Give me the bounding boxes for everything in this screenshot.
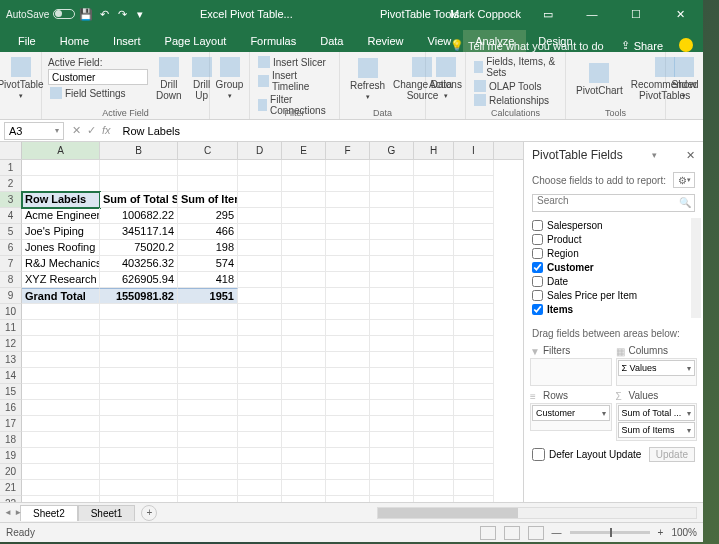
cell[interactable] — [454, 384, 494, 400]
cell[interactable] — [282, 160, 326, 176]
cell[interactable] — [414, 192, 454, 208]
enter-formula-icon[interactable]: ✓ — [87, 124, 96, 137]
tab-file[interactable]: File — [6, 30, 48, 52]
olap-tools-button[interactable]: OLAP Tools — [472, 79, 559, 93]
cell[interactable] — [454, 336, 494, 352]
cell[interactable] — [414, 288, 454, 304]
column-header[interactable]: F — [326, 142, 370, 159]
cell[interactable] — [238, 416, 282, 432]
cell[interactable] — [326, 432, 370, 448]
share-button[interactable]: ⇪Share — [621, 39, 663, 52]
row-header[interactable]: 6 — [0, 240, 22, 256]
undo-icon[interactable]: ↶ — [97, 7, 111, 21]
cell[interactable] — [282, 352, 326, 368]
cell[interactable]: 295 — [178, 208, 238, 224]
cell[interactable]: 1951 — [178, 288, 238, 304]
defer-checkbox[interactable] — [532, 448, 545, 461]
row-header[interactable]: 20 — [0, 464, 22, 480]
cell[interactable] — [282, 320, 326, 336]
cell[interactable] — [370, 336, 414, 352]
tab-home[interactable]: Home — [48, 30, 101, 52]
cell[interactable] — [238, 224, 282, 240]
field-item[interactable]: Customer — [532, 260, 691, 274]
cell[interactable] — [454, 272, 494, 288]
cell[interactable] — [414, 480, 454, 496]
cell[interactable] — [238, 464, 282, 480]
cell[interactable] — [370, 192, 414, 208]
page-break-view-button[interactable] — [528, 526, 544, 540]
cell[interactable] — [282, 384, 326, 400]
cell[interactable]: R&J Mechanics — [22, 256, 100, 272]
cell[interactable]: 466 — [178, 224, 238, 240]
tab-formulas[interactable]: Formulas — [238, 30, 308, 52]
cell[interactable] — [178, 176, 238, 192]
cell[interactable] — [414, 464, 454, 480]
cell[interactable] — [370, 400, 414, 416]
cell[interactable] — [370, 384, 414, 400]
cell[interactable] — [100, 352, 178, 368]
pane-gear-button[interactable]: ⚙▾ — [673, 172, 695, 188]
cell[interactable] — [414, 416, 454, 432]
cell[interactable]: Joe's Piping — [22, 224, 100, 240]
cell[interactable] — [454, 368, 494, 384]
field-checkbox[interactable] — [532, 318, 543, 319]
cell[interactable] — [414, 272, 454, 288]
show-button[interactable]: Show▾ — [672, 55, 696, 102]
cell[interactable] — [238, 480, 282, 496]
cell[interactable] — [370, 416, 414, 432]
insert-slicer-button[interactable]: Insert Slicer — [256, 55, 333, 69]
field-item[interactable]: Product — [532, 232, 691, 246]
cell[interactable] — [370, 304, 414, 320]
cell[interactable] — [100, 160, 178, 176]
update-button[interactable]: Update — [649, 447, 695, 462]
formula-input[interactable] — [119, 125, 703, 137]
row-header[interactable]: 3 — [0, 192, 22, 208]
cell[interactable] — [238, 304, 282, 320]
cell[interactable] — [414, 400, 454, 416]
cell[interactable] — [282, 176, 326, 192]
column-header[interactable]: B — [100, 142, 178, 159]
cell[interactable] — [238, 384, 282, 400]
cell[interactable] — [238, 192, 282, 208]
cell[interactable]: Row Labels▾ — [22, 192, 100, 208]
field-list[interactable]: SalespersonProductRegionCustomerDateSale… — [532, 218, 701, 318]
pane-dropdown-icon[interactable]: ▾ — [652, 150, 657, 160]
cell[interactable] — [178, 368, 238, 384]
cell[interactable] — [178, 320, 238, 336]
actions-button[interactable]: Actions▾ — [432, 55, 459, 102]
insert-timeline-button[interactable]: Insert Timeline — [256, 69, 333, 93]
cell[interactable] — [454, 400, 494, 416]
feedback-icon[interactable] — [679, 38, 693, 52]
cell[interactable] — [100, 448, 178, 464]
area-field-item[interactable]: Sum of Items▾ — [618, 422, 696, 438]
cell[interactable] — [454, 320, 494, 336]
cell[interactable]: Sum of Total Sales — [100, 192, 178, 208]
cell[interactable] — [282, 464, 326, 480]
redo-icon[interactable]: ↷ — [115, 7, 129, 21]
relationships-button[interactable]: Relationships — [472, 93, 559, 107]
row-header[interactable]: 18 — [0, 432, 22, 448]
row-header[interactable]: 19 — [0, 448, 22, 464]
cell[interactable] — [178, 160, 238, 176]
normal-view-button[interactable] — [480, 526, 496, 540]
worksheet[interactable]: ABCDEFGHI 123456789101112131415161718192… — [0, 142, 523, 502]
zoom-level[interactable]: 100% — [671, 527, 697, 538]
row-header[interactable]: 5 — [0, 224, 22, 240]
cell[interactable] — [414, 224, 454, 240]
cell[interactable] — [454, 448, 494, 464]
cell[interactable] — [326, 256, 370, 272]
tab-page-layout[interactable]: Page Layout — [153, 30, 239, 52]
refresh-button[interactable]: Refresh▾ — [346, 55, 389, 103]
cell[interactable] — [238, 208, 282, 224]
cell[interactable] — [370, 208, 414, 224]
cell[interactable] — [22, 432, 100, 448]
cell[interactable]: 1550981.82 — [100, 288, 178, 304]
cell[interactable] — [326, 448, 370, 464]
cell[interactable] — [454, 256, 494, 272]
cell[interactable] — [414, 304, 454, 320]
field-checkbox[interactable] — [532, 220, 543, 231]
cell[interactable] — [238, 160, 282, 176]
maximize-icon[interactable]: ☐ — [619, 4, 653, 24]
tab-review[interactable]: Review — [355, 30, 415, 52]
cell[interactable] — [414, 384, 454, 400]
